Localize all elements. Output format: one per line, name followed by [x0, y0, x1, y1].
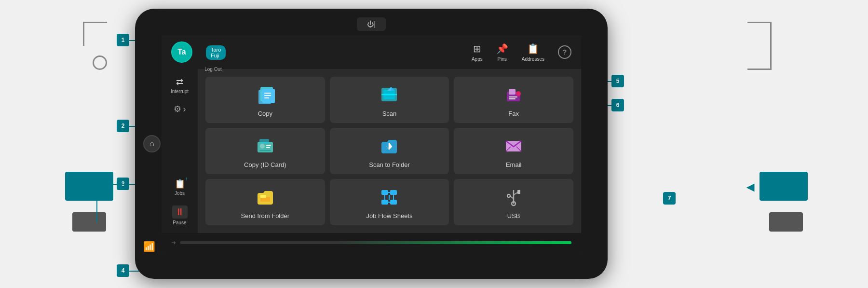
svg-rect-3 [264, 93, 271, 94]
svg-rect-20 [259, 150, 271, 151]
power-button[interactable]: ⏻| [357, 17, 386, 31]
bottom-status-bar: ➜ [162, 233, 581, 252]
right-bracket-top [747, 22, 772, 46]
job-flow-sheets-label: Job Flow Sheets [366, 212, 412, 219]
annotation-7: 7 [663, 192, 676, 205]
scan-icon [378, 83, 401, 106]
user-initials: Ta [177, 48, 186, 56]
usb-tile[interactable]: USB [454, 179, 573, 225]
svg-rect-42 [517, 190, 520, 194]
home-button[interactable]: ⌂ [143, 135, 161, 152]
svg-rect-15 [509, 98, 515, 99]
scan-to-folder-icon [378, 134, 401, 157]
left-tray-rect [65, 172, 113, 201]
right-output-rect [760, 172, 808, 201]
pins-icon: 📌 [496, 43, 508, 55]
svg-rect-21 [259, 139, 269, 144]
left-bracket-top [83, 22, 107, 46]
copy-id-label: Copy (ID Card) [244, 161, 286, 168]
svg-point-43 [507, 194, 510, 197]
progress-indicator [337, 241, 571, 244]
annotation-5: 5 [611, 75, 624, 87]
sidebar-settings-row[interactable]: ⚙ › [171, 101, 189, 117]
annotation-6: 6 [611, 99, 624, 111]
email-tile[interactable]: Email [454, 128, 573, 174]
annotation-4: 4 [117, 264, 129, 277]
email-label: Email [506, 161, 522, 168]
svg-rect-30 [381, 190, 388, 195]
right-bracket-bottom [747, 46, 772, 70]
sidebar-item-pause[interactable]: ⏸ Pause [164, 203, 195, 228]
pins-button[interactable]: 📌 Pins [496, 43, 508, 62]
svg-rect-18 [266, 145, 271, 146]
send-from-folder-icon [254, 185, 277, 208]
addresses-icon: 📋 [527, 43, 539, 55]
svg-rect-12 [509, 89, 515, 95]
send-from-folder-label: Send from Folder [241, 212, 289, 219]
copy-tile[interactable]: Copy [205, 77, 325, 123]
scan-to-folder-label: Scan to Folder [369, 161, 410, 168]
sidebar-item-jobs[interactable]: 📋! Jobs [164, 176, 195, 199]
svg-rect-4 [264, 95, 271, 96]
annotation-line-3v [96, 184, 97, 222]
interrupt-icon: ⇄ [176, 77, 183, 87]
svg-rect-19 [266, 147, 270, 148]
annotation-2: 2 [117, 120, 129, 132]
apps-icon: ⊞ [473, 43, 481, 55]
power-icon: ⏻| [367, 20, 376, 28]
left-tray-bottom [72, 212, 106, 232]
apps-button[interactable]: ⊞ Apps [472, 43, 483, 62]
device-frame: ⏻| Ta Taro Fuji Log Out [135, 9, 608, 279]
sidebar: ⇄ Interrupt ⚙ › 📋! Jobs [162, 69, 198, 233]
scan-to-folder-tile[interactable]: Scan to Folder [330, 128, 449, 174]
app-grid: Copy Scan [198, 69, 581, 233]
home-icon: ⌂ [149, 139, 154, 148]
copy-id-card-tile[interactable]: Copy (ID Card) [205, 128, 325, 174]
user-name-badge: Taro Fuji [206, 45, 226, 60]
nfc-icon[interactable]: 📶 [143, 241, 155, 252]
svg-point-17 [260, 144, 265, 149]
svg-rect-33 [390, 200, 397, 205]
job-flow-icon [378, 185, 401, 208]
device-wrapper: ⏻| Ta Taro Fuji Log Out [135, 9, 608, 279]
progress-bar [180, 241, 571, 244]
right-arrow-icon: ◄ [744, 179, 757, 195]
jobs-icon: 📋! [175, 178, 185, 189]
help-button[interactable]: ? [558, 45, 571, 59]
left-circle-decoration [93, 55, 107, 70]
top-bar: Ta Taro Fuji Log Out ⊞ Apps [162, 35, 581, 69]
fax-icon [502, 83, 525, 106]
status-arrow-icon: ➜ [171, 239, 176, 246]
email-icon [502, 134, 525, 157]
addresses-button[interactable]: 📋 Addresses [522, 43, 544, 62]
scan-tile[interactable]: Scan [330, 77, 449, 123]
copy-label: Copy [258, 110, 272, 117]
svg-rect-5 [264, 97, 269, 98]
user-avatar[interactable]: Ta [171, 41, 192, 63]
right-output-bottom [769, 212, 803, 232]
svg-rect-31 [390, 190, 397, 195]
svg-rect-14 [509, 96, 517, 97]
top-bar-right: ⊞ Apps 📌 Pins 📋 Addresses ? [472, 35, 571, 69]
usb-label: USB [507, 212, 520, 219]
send-from-folder-tile[interactable]: Send from Folder [205, 179, 325, 225]
settings-gear-icon: ⚙ [174, 104, 181, 114]
fax-label: Fax [508, 110, 519, 117]
sidebar-item-interrupt[interactable]: ⇄ Interrupt [164, 74, 195, 97]
copy-id-icon [254, 134, 277, 157]
svg-rect-32 [381, 200, 388, 205]
scan-label: Scan [382, 110, 397, 117]
chevron-right-icon: › [183, 104, 186, 114]
usb-icon [502, 185, 525, 208]
annotation-1: 1 [117, 34, 129, 46]
svg-rect-29 [260, 195, 266, 198]
screen: Ta Taro Fuji Log Out ⊞ Apps [162, 35, 581, 252]
pause-icon: ⏸ [172, 206, 188, 219]
job-flow-sheets-tile[interactable]: Job Flow Sheets [330, 179, 449, 225]
svg-point-13 [516, 91, 521, 96]
copy-icon [254, 83, 277, 106]
fax-tile[interactable]: Fax [454, 77, 573, 123]
